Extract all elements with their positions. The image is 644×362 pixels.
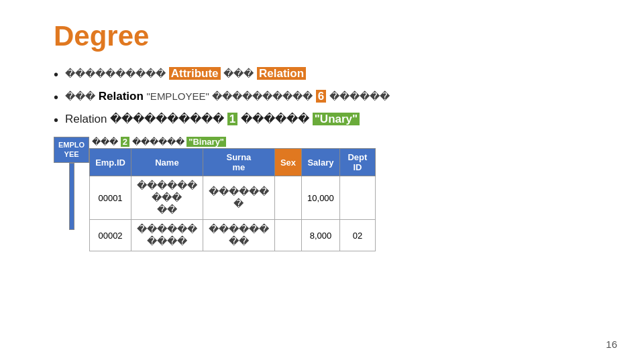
binary-number: 2 [121,137,129,147]
sub-note: ��� 2 ������ "Binary" [92,137,376,147]
td-empid-1: 00001 [90,176,131,220]
table-header-row: Emp.ID Name Surname Sex Salary DeptID [90,149,376,176]
td-empid-2: 00002 [90,220,131,251]
binary-word: "Binary" [186,137,226,147]
employee-side-label [69,163,74,230]
td-sex-2: M [274,220,301,251]
bullet-item-2: ��� Relation "EMPLOYEE" ���������� 6 ���… [54,88,610,106]
attribute-label: Attribute [169,67,221,80]
table-section: EMPLOYEE ��� 2 ������ "Binary" Emp.ID Na… [54,137,610,251]
td-deptid-1: 01, 03 [339,176,375,220]
bullet-item-1: ���������� Attribute ��� Relation [54,66,610,83]
employee-table: Emp.ID Name Surname Sex Salary DeptID 00… [89,148,376,251]
page-number: 16 [606,339,617,350]
bullet-list: ���������� Attribute ��� Relation ��� Re… [54,66,610,129]
td-deptid-2: 02 [339,220,375,251]
td-name-2: ���������� [131,220,203,251]
table-row: 00001 ����������� ������� M 10,000 01, 0… [90,176,376,220]
td-surname-1: ������� [203,176,274,220]
relation-label-1: Relation [257,67,306,80]
th-deptid: DeptID [339,149,375,176]
td-surname-2: �������� [203,220,274,251]
bullet-item-3: Relation ���������� 1 ������ "Unary" [54,111,610,129]
bullet-2-text: ��� Relation "EMPLOYEE" ���������� 6 ���… [65,88,390,105]
th-salary: Salary [302,149,340,176]
th-empid: Emp.ID [90,149,131,176]
unary-label: 1 [227,113,237,125]
slide-title: Degree [54,20,610,52]
bullet-1-text: ���������� Attribute ��� Relation [65,66,306,82]
th-sex: Sex [274,149,301,176]
bullet-3-text: Relation ���������� 1 ������ "Unary" [65,111,360,127]
slide-page: Degree ���������� Attribute ��� Relation… [0,0,644,362]
td-sex-1: M [274,176,301,220]
table-row: 00002 ���������� �������� M 8,000 02 [90,220,376,251]
employee-top-label: EMPLOYEE [54,137,89,163]
td-name-1: ����������� [131,176,203,220]
degree-number: 6 [316,90,326,103]
td-salary-2: 8,000 [302,220,340,251]
td-salary-1: 10,000 [302,176,340,220]
th-surname: Surname [203,149,274,176]
unary-word: "Unary" [313,113,360,125]
th-name: Name [131,149,203,176]
